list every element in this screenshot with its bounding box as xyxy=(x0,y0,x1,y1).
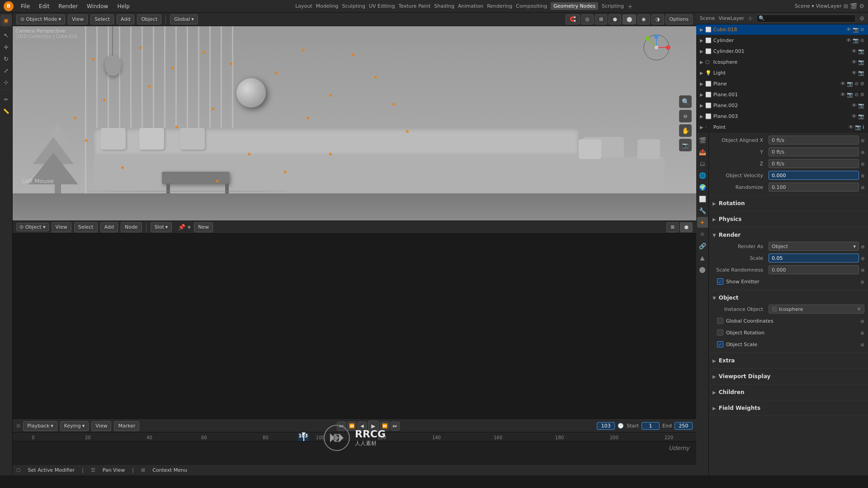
marker-btn[interactable]: Marker xyxy=(114,421,139,431)
node-canvas[interactable] xyxy=(13,234,696,419)
obj-rotation-checkbox[interactable] xyxy=(717,329,723,336)
material-props-icon[interactable]: ⬤ xyxy=(697,264,708,275)
overlay-btn[interactable]: ⊞ xyxy=(595,14,607,24)
cam-icon-5[interactable]: 📷 xyxy=(858,70,864,76)
instance-x-btn[interactable]: ✕ xyxy=(857,306,861,312)
proportional-btn[interactable]: ◎ xyxy=(581,14,594,24)
menu-file[interactable]: File xyxy=(17,2,33,10)
rotation-header[interactable]: ▶ Rotation xyxy=(712,197,864,209)
cam-icon-3[interactable]: 📷 xyxy=(858,48,864,54)
outliner-search-box[interactable]: 🔍 xyxy=(756,14,856,23)
physics-props-icon[interactable]: ⚛ xyxy=(697,229,708,239)
children-header[interactable]: ▶ Children xyxy=(712,386,864,398)
tl-view-btn[interactable]: View xyxy=(91,421,111,431)
vis-icon-8[interactable]: 👁 xyxy=(852,103,857,108)
current-frame-value[interactable]: 103 xyxy=(597,422,615,430)
extra-header[interactable]: ▶ Extra xyxy=(712,355,864,366)
node-editor-mode-btn[interactable]: ⊙ Object ▾ xyxy=(16,223,49,231)
vis-icon-6[interactable]: 👁 xyxy=(840,81,845,87)
obj-scale-checkbox[interactable]: ✓ xyxy=(717,341,723,347)
timeline-content[interactable]: RRCG 人人素材 Udemy xyxy=(13,441,696,465)
vp-camera[interactable]: 📷 xyxy=(679,139,692,151)
view-layer-props-icon[interactable]: 🗂 xyxy=(697,158,708,169)
cam-icon-7[interactable]: 📷 xyxy=(847,92,853,98)
node-view-btn[interactable]: View xyxy=(52,222,71,232)
world-props-icon[interactable]: 🌍 xyxy=(697,182,708,192)
outliner-item-light[interactable]: ▶ 💡 Light 👁 📷 xyxy=(696,68,868,79)
cam-icon-2[interactable]: 📷 xyxy=(853,38,859,43)
vis-icon-2[interactable]: 👁 xyxy=(846,38,851,43)
viewport-select-btn[interactable]: Select xyxy=(90,14,114,24)
node-select-btn[interactable]: Select xyxy=(74,222,98,232)
jump-end-btn[interactable]: ⏭ xyxy=(391,422,400,431)
scale-rand-value[interactable]: 0.000 xyxy=(769,265,859,274)
render-header[interactable]: ▼ Render xyxy=(712,229,864,241)
render-as-select[interactable]: Object ▾ xyxy=(769,242,859,251)
viewport-shading-mat[interactable]: ◉ xyxy=(637,14,650,24)
viewport-mode-btn[interactable]: ⊙ Object Mode ▾ xyxy=(16,14,65,24)
cam-icon-9[interactable]: 📷 xyxy=(858,113,864,119)
vis-icon-9[interactable]: 👁 xyxy=(852,113,857,119)
scene-props-icon[interactable]: 🌐 xyxy=(697,170,708,181)
keying-btn[interactable]: Keying ▾ xyxy=(60,421,89,431)
outliner-item-cylinder[interactable]: ▶ ⬜ Cylinder 👁 📷 ⊘ xyxy=(696,35,868,46)
slot-dropdown[interactable]: Slot ▾ xyxy=(151,222,172,232)
field-weights-header[interactable]: ▶ Field Weights xyxy=(712,402,864,414)
snap-btn[interactable]: 🧲 xyxy=(566,14,580,24)
shading-mode-btn[interactable]: ● xyxy=(609,14,621,24)
visibility-icon[interactable]: 👁 xyxy=(846,27,851,33)
outliner-item-plane001[interactable]: ▶ ⬜ Plane.001 👁 📷 ⊘ ⚙ xyxy=(696,89,868,100)
render-icon[interactable]: 📷 xyxy=(853,27,859,33)
transform-global-btn[interactable]: Global ▾ xyxy=(170,14,198,24)
start-frame-value[interactable]: 1 xyxy=(642,422,660,430)
node-node-btn[interactable]: Node xyxy=(121,222,142,232)
outliner-item-point[interactable]: ▶ · Point 👁 📷 ℹ xyxy=(696,122,868,133)
viewport-shading-render[interactable]: ◑ xyxy=(651,14,664,24)
dis-icon-6[interactable]: ⊘ xyxy=(854,81,859,87)
filter-icon[interactable]: ⚙ xyxy=(859,15,864,22)
vis-icon-7[interactable]: 👁 xyxy=(840,92,845,98)
object-props-icon[interactable]: ⬜ xyxy=(697,193,708,204)
tool-move[interactable]: ✛ xyxy=(1,42,12,52)
vis-icon-10[interactable]: 👁 xyxy=(849,124,854,130)
dis-icon-2[interactable]: ⊘ xyxy=(860,38,864,43)
cam-icon-10[interactable]: 📷 xyxy=(855,124,861,130)
outliner-item-plane[interactable]: ▶ ⬜ Plane 👁 📷 ⊘ ⚙ xyxy=(696,79,868,89)
viewport-view-btn[interactable]: View xyxy=(68,14,88,24)
menu-render[interactable]: Render xyxy=(55,2,81,10)
disable-icon[interactable]: ⊘ xyxy=(860,27,864,33)
obj-aligned-x-value[interactable]: 0 ft/s xyxy=(769,136,859,145)
object-header[interactable]: ▼ Object xyxy=(712,292,864,304)
outliner-item-cylinder001[interactable]: ▶ ⬜ Cylinder.001 👁 📷 xyxy=(696,46,868,57)
tool-rotate[interactable]: ↻ xyxy=(1,53,12,64)
data-props-icon[interactable]: ▲ xyxy=(697,252,708,263)
render-props-icon[interactable]: 🎬 xyxy=(697,135,708,145)
vis-icon-5[interactable]: 👁 xyxy=(852,70,857,76)
particles-props-icon active[interactable]: ✦ xyxy=(697,217,708,228)
dis-icon-7[interactable]: ⊘ xyxy=(854,92,859,98)
viewport-gizmo[interactable] xyxy=(642,33,671,62)
viewport-object-btn[interactable]: Object xyxy=(137,14,161,24)
cam-icon-6[interactable]: 📷 xyxy=(847,81,853,87)
outliner-item-cube018[interactable]: ▶ ⬜ Cube.018 👁 📷 ⊘ xyxy=(696,24,868,35)
tool-scale[interactable]: ⤢ xyxy=(1,65,12,76)
constraints-props-icon[interactable]: 🔗 xyxy=(697,240,708,251)
tool-measure[interactable]: 📏 xyxy=(1,106,12,117)
vis-icon-4[interactable]: 👁 xyxy=(852,59,857,65)
playback-btn[interactable]: Playback ▾ xyxy=(23,421,57,431)
menu-edit[interactable]: Edit xyxy=(35,2,53,10)
menu-help[interactable]: Help xyxy=(113,2,133,10)
modifier-props-icon[interactable]: 🔧 xyxy=(697,205,708,216)
outliner-item-plane002[interactable]: ▶ ⬜ Plane.002 👁 📷 xyxy=(696,100,868,111)
viewport-3d[interactable]: Camera Perspective (103) Collection | Cu… xyxy=(13,26,696,221)
viewport-add-btn[interactable]: Add xyxy=(117,14,134,24)
global-coords-checkbox[interactable] xyxy=(717,318,723,324)
tool-annotate[interactable]: ✏ xyxy=(1,94,12,105)
scene-dropdown[interactable]: Scene ▾ xyxy=(795,3,814,9)
node-overlay-btn[interactable]: ⊞ xyxy=(666,222,679,232)
add-workspace-icon[interactable]: + xyxy=(627,3,633,10)
vp-zoom-in[interactable]: 🔍 xyxy=(679,95,692,108)
randomize-value[interactable]: 0.100 xyxy=(769,183,859,192)
outliner-item-plane003[interactable]: ▶ ⬜ Plane.003 👁 📷 xyxy=(696,111,868,122)
cam-icon-8[interactable]: 📷 xyxy=(858,103,864,108)
